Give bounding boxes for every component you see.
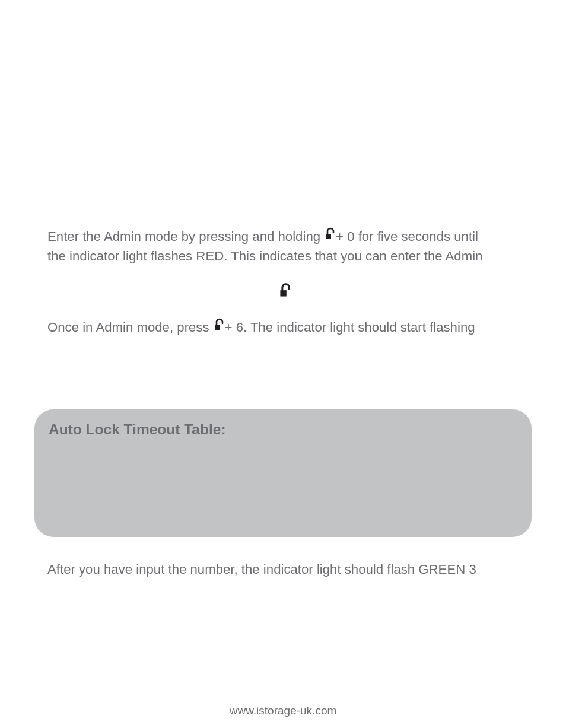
step-2: Once in Admin mode, press + 6. The indic… [47, 316, 519, 336]
step-1-line-2: the indicator light flashes RED. This in… [47, 247, 519, 265]
page: Enter the Admin mode by pressing and hol… [0, 0, 566, 728]
table-title: Auto Lock Timeout Table: [49, 421, 532, 438]
step-1-text-after: + 0 for five seconds until [336, 227, 478, 246]
step-1-line-1: Enter the Admin mode by pressing and hol… [47, 225, 519, 246]
instructions-block: Enter the Admin mode by pressing and hol… [47, 225, 519, 336]
step-2-text-before: Once in Admin mode, press [47, 318, 209, 336]
lock-icon [274, 281, 292, 301]
lock-icon [209, 316, 225, 336]
lock-icon [320, 225, 336, 246]
auto-lock-timeout-table: Auto Lock Timeout Table: [34, 409, 532, 537]
step-2-text-after: + 6. The indicator light should start fl… [225, 318, 475, 336]
center-lock-row [47, 281, 519, 301]
after-note: After you have input the number, the ind… [47, 562, 519, 577]
step-1-text-before: Enter the Admin mode by pressing and hol… [47, 227, 320, 246]
footer-url: www.istorage-uk.com [0, 704, 566, 717]
